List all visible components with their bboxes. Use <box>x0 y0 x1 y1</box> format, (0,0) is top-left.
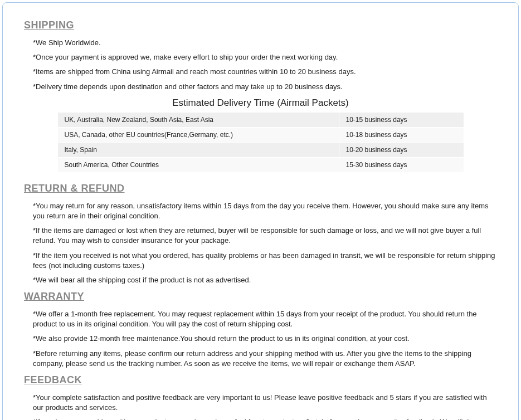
list-item: *We Ship Worldwide. <box>33 38 518 48</box>
table-cell-region: Italy, Spain <box>57 142 339 157</box>
list-item: *Items are shipped from China using Airm… <box>33 67 518 77</box>
warranty-bullets: *We offer a 1-month free replacement. Yo… <box>33 309 518 369</box>
table-row: UK, Australia, New Zealand, South Asia, … <box>57 112 464 127</box>
feedback-bullets: *Your complete satisfaction and positive… <box>33 393 518 420</box>
table-cell-time: 10-15 business days <box>339 112 464 127</box>
list-item: *We offer a 1-month free replacement. Yo… <box>33 309 518 329</box>
return-refund-heading: RETURN & REFUND <box>24 183 518 194</box>
delivery-table-caption: Estimated Delivery Time (Airmail Packets… <box>3 97 518 109</box>
list-item: *We also provide 12-month free maintenan… <box>33 334 518 344</box>
table-cell-time: 15-30 business days <box>339 157 464 172</box>
list-item: *You may return for any reason, unsatisf… <box>33 201 518 221</box>
table-cell-region: USA, Canada, other EU countries(France,G… <box>57 127 339 142</box>
list-item: *Once your payment is approved we, make … <box>33 52 518 62</box>
table-row: South America, Other Countries 15-30 bus… <box>57 157 464 172</box>
policy-container: SHIPPING *We Ship Worldwide. *Once your … <box>2 2 519 420</box>
list-item: *We will bear all the shipping cost if t… <box>33 275 518 285</box>
list-item: *If the items are damaged or lost when t… <box>33 226 518 246</box>
feedback-heading: FEEDBACK <box>24 374 518 386</box>
list-item: *If the item you received is not what yo… <box>33 251 518 271</box>
table-cell-region: UK, Australia, New Zealand, South Asia, … <box>57 112 339 127</box>
shipping-heading: SHIPPING <box>24 19 518 31</box>
delivery-table: UK, Australia, New Zealand, South Asia, … <box>57 112 464 173</box>
warranty-heading: WARRANTY <box>24 291 518 302</box>
list-item: *Your complete satisfaction and positive… <box>33 393 518 413</box>
list-item: *If you have any problem with our produc… <box>33 417 518 420</box>
return-refund-bullets: *You may return for any reason, unsatisf… <box>33 201 518 285</box>
table-cell-time: 10-20 business days <box>339 142 464 157</box>
shipping-bullets: *We Ship Worldwide. *Once your payment i… <box>33 38 518 92</box>
list-item: *Delivery time depends upon destination … <box>33 82 518 92</box>
table-cell-region: South America, Other Countries <box>57 157 339 172</box>
list-item: *Before returning any items, please conf… <box>33 349 518 369</box>
table-cell-time: 10-18 business days <box>339 127 464 142</box>
table-row: Italy, Spain 10-20 business days <box>57 142 464 157</box>
table-row: USA, Canada, other EU countries(France,G… <box>57 127 464 142</box>
